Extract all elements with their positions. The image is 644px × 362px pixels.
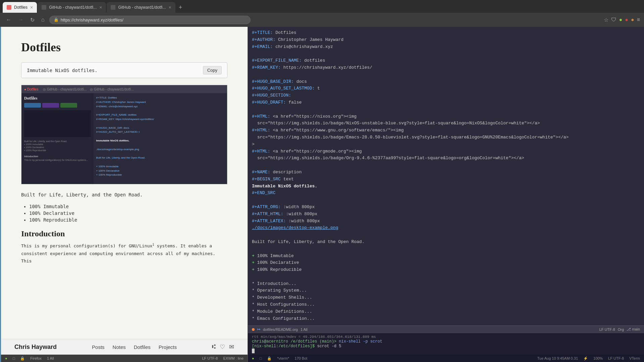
terminal-cursor [252,349,255,353]
menu-icon[interactable]: ≡ [637,17,640,23]
url-text: https://chrishayward.xyz/dotfiles/ [61,17,246,22]
nav-notes[interactable]: Notes [113,344,126,350]
intro-text: This is my personal configuration(s) for… [21,242,227,265]
bottom-dot: ● [252,356,254,360]
nav-projects[interactable]: Projects [159,344,177,350]
editor-line-attr-latex: #+ATTR_LATEX: :width 800px [252,218,640,225]
editor-line-email: #+EMAIL: chris@chrishayward.xyz [252,44,640,51]
editor-line-blank-6 [252,232,640,239]
editor-line-hugo-base: #+HUGO_BASE_DIR: docs [252,78,640,85]
terminal-nix-line: [nix-shell:/etc/dotfiles]$ scrot -d 5 [252,344,640,349]
shield-icon[interactable]: 🛡 [611,17,616,23]
browser-chrome: Dotfiles × GitHub - chayward1/dotfi... ×… [0,0,644,27]
cmd-highlight: nix-shell -p scrot [339,339,382,344]
status-mode: EXWM : line [223,356,244,360]
editor-line-bold: Immutable NixOS dotfiles. [252,183,640,190]
tab-title-3: GitHub - chayward1/dotfi... [118,5,166,10]
bottom-term: VTerm [629,356,640,360]
terminal-rtt: rtt min/avg/max/mdev = 49.294/186.651/36… [252,335,640,339]
copy-button[interactable]: Copy [203,66,222,74]
nav-dotfiles[interactable]: Dotfiles [134,344,151,350]
prompt-text: chris@acernitro /e/dotfiles (main)> [252,339,336,344]
editor-status-bar: ↦ dotfiles/README.org 1 All LF UTF-8 Org… [248,325,644,333]
status-arrow: ↦ [257,327,260,331]
email-icon[interactable]: ✉ [229,343,234,351]
tab-close-2[interactable]: × [99,5,102,10]
tab-github-2[interactable]: GitHub - chayward1/dotfi... × [107,2,175,13]
tab-close-3[interactable]: × [169,5,171,10]
tab-dotfiles[interactable]: Dotfiles × [3,2,37,13]
rtt-text: rtt min/avg/max/mdev = 49.294/186.651/36… [252,335,376,339]
editor-line-html-2: src="https://img.shields.io/badge/NixOS-… [252,120,640,127]
nav-posts[interactable]: Posts [92,344,105,350]
editor-line-link: ./docs/images/desktop-example.png [252,225,640,232]
tab-bar: Dotfiles × GitHub - chayward1/dotfi... ×… [0,0,644,13]
tab-favicon-3 [111,5,115,10]
editor-line-export: #+EXPORT_FILE_NAME: dotfiles [252,57,640,64]
editor-line-star-6: * Emacs Configuration... [252,315,640,322]
editor-branch: ⎇ main [627,327,640,331]
description-text: Immutable NixOS dotfiles. [27,68,98,73]
main-area: Dotfiles Immutable NixOS dotfiles. Copy … [0,27,644,362]
editor-line-list-1: + 100% Immutable [252,253,640,260]
site-content: Dotfiles Immutable NixOS dotfiles. Copy … [1,27,248,339]
nav-bar: ← → ↻ ⌂ 🔒 https://chrishayward.xyz/dotfi… [0,13,644,27]
editor-line-html-5: > [252,141,640,148]
bullet-item-2: 100% Declarative [29,210,227,216]
terminal-cursor-line [252,349,640,353]
editor-line-attr-org: #+ATTR_ORG: :width 800px [252,204,640,211]
extension-icon-1[interactable]: ● [619,17,623,23]
extension-icon-3[interactable]: ● [631,17,634,23]
bookmark-icon[interactable]: ☆ [604,17,608,23]
footer-icons: ⑆ ♡ ✉ [212,343,234,351]
editor-encoding: LF UTF-8 [599,327,615,331]
editor-line-list-2: + 100% Declarative [252,259,640,266]
bottom-vterm: *vterm* [277,356,289,360]
forward-button[interactable]: → [16,15,25,24]
github-icon[interactable]: ⑆ [212,343,216,351]
bottom-battery-icon: ⚡ [583,356,588,361]
reload-button[interactable]: ↻ [28,15,37,24]
editor-line-html-3: #+HTML: <a href="https://www.gnu.org/sof… [252,127,640,134]
terminal-area[interactable]: rtt min/avg/max/mdev = 49.294/186.651/36… [248,333,644,355]
lock-icon: 🔒 [54,17,59,22]
status-dot-1: ● [5,356,7,360]
editor-line-star-2: * Operating System... [252,287,640,294]
body-text: Built for Life, Liberty, and the Open Ro… [21,191,227,198]
bottom-lock: 🔒 [267,356,272,361]
nix-prompt: [nix-shell:/etc/dotfiles]$ [252,344,315,349]
tab-close[interactable]: × [30,5,33,10]
editor-line-begin-src: #+BEGIN_SRC text [252,176,640,183]
bottom-datetime: Tue Aug 10 9:45AM 0.31 [537,356,578,360]
status-all: 1 All [47,356,54,360]
status-encoding: LF UTF-8 [202,356,218,360]
bottom-encoding: LF UTF-8 [608,356,624,360]
editor-position: 1 All [301,327,308,331]
bottom-battery: 100% [593,356,603,360]
editor-line-hugo-auto: #+HUGO_AUTO_SET_LASTMOD: t [252,85,640,92]
extension-icon-2[interactable]: ● [625,17,628,23]
editor-line-list-3: + 100% Reproducible [252,266,640,274]
tab-github-1[interactable]: GitHub - chayward1/dotfi... × [38,2,106,13]
address-bar[interactable]: 🔒 https://chrishayward.xyz/dotfiles/ [49,16,251,24]
bullet-item-1: 100% Immutable [29,204,227,209]
editor-content[interactable]: #+TITLE: Dotfiles #+AUTHOR: Christopher … [248,27,644,325]
editor-line-hugo-draft: #+HUGO_DRAFT: false [252,99,640,106]
new-tab-button[interactable]: + [176,4,185,11]
editor-line-blank-8 [252,274,640,281]
back-button[interactable]: ← [4,15,13,24]
editor-line-attr-html: #+ATTR_HTML: :width 800px [252,211,640,218]
screenshot-image: ● Dotfiles ◎ GitHub - chayward1/dotfi...… [21,85,227,184]
tab-favicon [7,5,11,10]
site-footer: Chris Hayward Posts Notes Dotfiles Proje… [1,339,248,355]
screenshot-container: ● Dotfiles ◎ GitHub - chayward1/dotfi...… [21,85,227,184]
editor-line-title: #+TITLE: Dotfiles [252,29,640,37]
bullet-item-3: 100% Reproducible [29,217,227,223]
home-button[interactable]: ⌂ [39,15,47,24]
terminal-prompt-line: chris@acernitro /e/dotfiles (main)> nix-… [252,339,640,344]
bottom-right: Tue Aug 10 9:45AM 0.31 ⚡ 100% LF UTF-8 V… [537,356,640,361]
bottom-window: □ [260,356,262,360]
social-icon-2[interactable]: ♡ [220,343,225,351]
editor-line-star-4: * Host Configurations... [252,301,640,308]
editor-line-html-7: src="https://img.shields.io/badge/Org-9.… [252,155,640,162]
